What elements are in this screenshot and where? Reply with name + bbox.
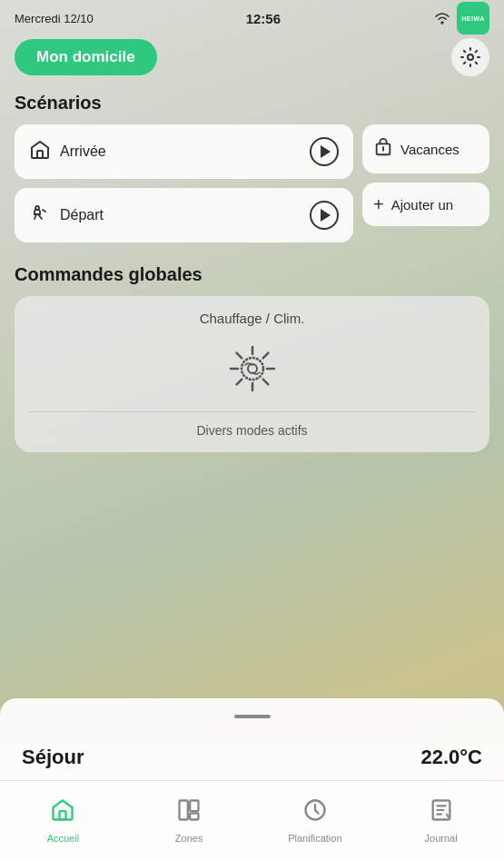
gear-icon (460, 46, 481, 68)
depart-label: Départ (60, 207, 104, 223)
scenario-vacances[interactable]: Vacances (362, 124, 489, 173)
arrivee-label: Arrivée (60, 143, 106, 160)
main-content: Scénarios Arrivée (0, 85, 504, 698)
svg-line-11 (262, 380, 268, 385)
depart-icon (29, 203, 51, 229)
global-commands: Commandes globales Chauffage / Clim. (15, 264, 489, 452)
zones-nav-icon (176, 797, 202, 829)
status-date: Mercredi 12/10 (15, 12, 94, 25)
planification-nav-icon (302, 797, 328, 829)
room-temperature: 22.0°C (420, 746, 482, 769)
commands-title: Commandes globales (15, 264, 489, 285)
depart-play-button[interactable] (310, 201, 339, 230)
scenario-depart[interactable]: Départ (15, 188, 353, 242)
add-icon: + (373, 195, 384, 213)
svg-line-13 (262, 353, 268, 359)
status-time: 12:56 (246, 11, 281, 26)
vacances-icon (373, 137, 393, 161)
arrivee-icon (29, 139, 51, 165)
room-temp-bar[interactable] (0, 698, 504, 746)
svg-line-12 (236, 380, 242, 385)
scenario-add[interactable]: + Ajouter un (362, 183, 489, 226)
nav-label-zones: Zones (175, 833, 203, 844)
header: Mon domicile (0, 33, 504, 85)
play-triangle-depart (321, 209, 331, 222)
room-info-row: Séjour 22.0°C (0, 746, 504, 780)
bottom-nav: Accueil Zones Planificatio (0, 780, 504, 860)
svg-rect-16 (180, 801, 188, 820)
svg-point-5 (242, 358, 263, 380)
nav-label-planification: Planification (288, 833, 341, 844)
arrivee-play-button[interactable] (310, 137, 339, 166)
commands-card-title: Chauffage / Clim. (29, 311, 475, 326)
commands-icon-area (29, 337, 475, 400)
svg-point-0 (468, 54, 473, 60)
scenarios-left: Arrivée (15, 124, 353, 242)
wifi-icon (433, 12, 451, 25)
drag-handle (234, 715, 271, 718)
commands-divider (29, 411, 475, 412)
journal-nav-icon (429, 797, 454, 829)
nav-item-accueil[interactable]: Accueil (0, 781, 126, 860)
home-title-button[interactable]: Mon domicile (15, 39, 157, 75)
svg-rect-18 (190, 814, 198, 820)
heiwa-logo: HEIWA (457, 2, 489, 35)
scenarios-grid: Arrivée (15, 124, 489, 242)
status-right: HEIWA (433, 2, 489, 35)
add-label: Ajouter un (391, 197, 453, 213)
nav-label-journal: Journal (425, 833, 458, 844)
svg-rect-15 (60, 811, 66, 819)
scenarios-right: Vacances + Ajouter un (362, 124, 489, 242)
commands-card[interactable]: Chauffage / Clim. (15, 296, 489, 452)
svg-line-10 (236, 353, 242, 359)
settings-button[interactable] (451, 38, 489, 76)
nav-item-zones[interactable]: Zones (126, 781, 252, 860)
vacances-label: Vacances (400, 142, 460, 157)
climate-icon (223, 340, 282, 398)
svg-rect-1 (37, 151, 43, 158)
scenario-arrivee[interactable]: Arrivée (15, 124, 353, 179)
status-bar: Mercredi 12/10 12:56 HEIWA (0, 0, 504, 33)
svg-rect-17 (190, 801, 198, 812)
nav-item-journal[interactable]: Journal (378, 781, 504, 860)
play-triangle-arrivee (321, 145, 331, 158)
scenarios-title: Scénarios (15, 93, 489, 114)
nav-label-accueil: Accueil (47, 833, 79, 844)
room-name: Séjour (22, 746, 84, 769)
room-sheet: Séjour 22.0°C (0, 698, 504, 780)
commands-status: Divers modes actifs (29, 423, 475, 438)
home-nav-icon (50, 797, 75, 829)
nav-item-planification[interactable]: Planification (252, 781, 379, 860)
